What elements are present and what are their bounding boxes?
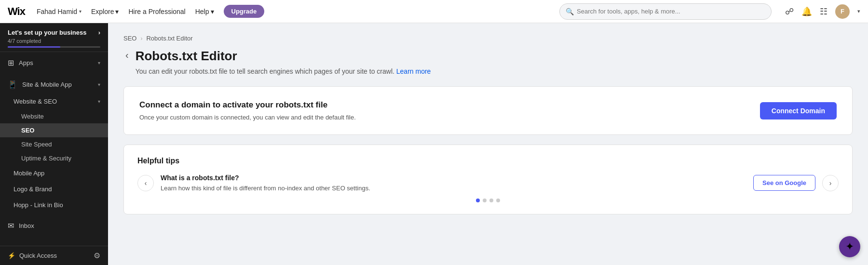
connect-card-text: Connect a domain to activate your robots… bbox=[139, 100, 356, 121]
website-sub-label: Website bbox=[21, 113, 44, 120]
mobile-app-label: Mobile App bbox=[14, 170, 100, 177]
carousel-dot-2 bbox=[483, 199, 487, 202]
explore-label: Explore bbox=[91, 8, 114, 15]
quick-access-settings-button[interactable]: ⚙ bbox=[94, 251, 100, 260]
upgrade-button[interactable]: Upgrade bbox=[224, 5, 265, 18]
grid-icon: ☷ bbox=[820, 7, 827, 16]
sidebar-item-logo-brand[interactable]: Logo & Brand bbox=[0, 181, 108, 197]
explore-chevron-icon: ▾ bbox=[115, 8, 119, 15]
sidebar-item-apps[interactable]: ⊞ Apps ▾ bbox=[0, 54, 108, 72]
site-speed-sub-label: Site Speed bbox=[21, 141, 52, 148]
apps-icon: ⊞ bbox=[8, 58, 14, 67]
site-mobile-chevron-icon: ▾ bbox=[98, 82, 100, 87]
back-button[interactable]: ‹ bbox=[123, 50, 131, 61]
hire-professional-nav[interactable]: Hire a Professional bbox=[128, 8, 185, 15]
main-layout: Let's set up your business › 4/7 complet… bbox=[0, 23, 868, 265]
wix-logo: Wix bbox=[8, 5, 25, 18]
carousel-dots bbox=[137, 199, 839, 202]
inbox-section: ✉ Inbox bbox=[0, 215, 108, 237]
explore-nav[interactable]: Explore ▾ bbox=[91, 8, 119, 15]
help-nav[interactable]: Help ▾ bbox=[195, 8, 214, 15]
quick-access-icon: ⚡ bbox=[8, 252, 15, 259]
page-header-text: Robots.txt Editor You can edit your robo… bbox=[136, 49, 431, 77]
sidebar-item-hopp[interactable]: Hopp - Link in Bio bbox=[0, 197, 108, 213]
quick-access-text: Quick Access bbox=[19, 252, 57, 259]
see-on-google-button[interactable]: See on Google bbox=[753, 175, 815, 191]
wix-assistant-icon: ✦ bbox=[845, 240, 854, 253]
inbox-icon: ✉ bbox=[8, 221, 14, 230]
setup-title-label: Let's set up your business bbox=[8, 29, 86, 36]
page-header: ‹ Robots.txt Editor You can edit your ro… bbox=[123, 49, 853, 77]
tips-card: Helpful tips ‹ What is a robots.txt file… bbox=[123, 145, 853, 214]
setup-title[interactable]: Let's set up your business › bbox=[8, 29, 100, 36]
connect-card-desc: Once your custom domain is connected, yo… bbox=[139, 114, 356, 121]
sidebar: Let's set up your business › 4/7 complet… bbox=[0, 23, 108, 265]
avatar-initials: F bbox=[841, 8, 844, 15]
content-area: SEO › Robots.txt Editor ‹ Robots.txt Edi… bbox=[108, 23, 868, 265]
bell-icon: 🔔 bbox=[801, 7, 812, 16]
help-label: Help bbox=[195, 8, 209, 15]
logo-brand-label: Logo & Brand bbox=[14, 186, 100, 193]
sidebar-sub-seo[interactable]: SEO bbox=[0, 123, 108, 137]
search-bar: 🔍 bbox=[559, 3, 772, 20]
sidebar-item-mobile-app[interactable]: Mobile App bbox=[0, 165, 108, 181]
site-mobile-section: 📱 Site & Mobile App ▾ Website & SEO ▾ We… bbox=[0, 74, 108, 215]
sidebar-item-website-seo[interactable]: Website & SEO ▾ bbox=[0, 93, 108, 109]
seo-sub-label: SEO bbox=[21, 127, 34, 134]
carousel-dot-3 bbox=[489, 199, 493, 202]
inbox-label: Inbox bbox=[19, 222, 100, 229]
site-mobile-icon: 📱 bbox=[8, 80, 17, 89]
apps-chevron-icon: ▾ bbox=[98, 60, 100, 66]
sidebar-sub-uptime-security[interactable]: Uptime & Security bbox=[0, 151, 108, 165]
setup-progress: 4/7 completed bbox=[8, 38, 100, 44]
notifications-button[interactable]: 🔔 bbox=[801, 6, 812, 17]
breadcrumb-editor[interactable]: Robots.txt Editor bbox=[146, 35, 192, 42]
sidebar-item-site-mobile[interactable]: 📱 Site & Mobile App ▾ bbox=[0, 76, 108, 93]
breadcrumb-seo[interactable]: SEO bbox=[123, 35, 136, 42]
connect-domain-card: Connect a domain to activate your robots… bbox=[123, 86, 853, 135]
website-seo-group: Website & SEO ▾ Website SEO Site Speed U… bbox=[0, 93, 108, 165]
page-title: Robots.txt Editor bbox=[136, 49, 431, 64]
connect-card-title: Connect a domain to activate your robots… bbox=[139, 100, 356, 110]
top-nav: Wix Fahad Hamid ▾ Explore ▾ Hire a Profe… bbox=[0, 0, 868, 23]
apps-grid-button[interactable]: ☷ bbox=[820, 6, 827, 17]
connect-domain-button[interactable]: Connect Domain bbox=[760, 102, 837, 119]
carousel-prev-button[interactable]: ‹ bbox=[137, 175, 154, 191]
sidebar-item-inbox[interactable]: ✉ Inbox bbox=[0, 217, 108, 235]
breadcrumb: SEO › Robots.txt Editor bbox=[123, 35, 853, 42]
help-chevron-icon: ▾ bbox=[211, 8, 214, 15]
progress-fill bbox=[8, 46, 60, 48]
search-input[interactable] bbox=[577, 8, 765, 15]
apps-label: Apps bbox=[19, 59, 93, 66]
apps-section: ⊞ Apps ▾ bbox=[0, 52, 108, 74]
page-subtitle: You can edit your robots.txt file to tel… bbox=[136, 66, 431, 77]
search-icon: 🔍 bbox=[566, 8, 574, 15]
user-menu[interactable]: Fahad Hamid ▾ bbox=[37, 8, 81, 15]
learn-more-link[interactable]: Learn more bbox=[396, 67, 431, 75]
carousel-dot-1 bbox=[476, 199, 480, 202]
quick-access-label[interactable]: ⚡ Quick Access bbox=[8, 252, 57, 259]
messages-button[interactable]: ☍ bbox=[785, 6, 794, 17]
website-seo-chevron-icon: ▾ bbox=[98, 99, 100, 104]
sidebar-sub-website[interactable]: Website bbox=[0, 109, 108, 123]
quick-access-bar: ⚡ Quick Access ⚙ bbox=[0, 246, 108, 265]
tip-desc: Learn how this kind of file is different… bbox=[161, 185, 746, 192]
tip-question: What is a robots.txt file? bbox=[161, 174, 746, 182]
hopp-label: Hopp - Link in Bio bbox=[14, 201, 100, 209]
carousel-next-button[interactable]: › bbox=[822, 175, 839, 191]
avatar-chevron-icon: ▾ bbox=[857, 8, 860, 14]
nav-icons-group: ☍ 🔔 ☷ F ▾ bbox=[785, 4, 860, 19]
user-chevron-icon: ▾ bbox=[79, 9, 81, 14]
wix-assistant-button[interactable]: ✦ bbox=[839, 236, 860, 257]
setup-section: Let's set up your business › 4/7 complet… bbox=[0, 23, 108, 52]
breadcrumb-separator: › bbox=[140, 35, 142, 42]
user-name: Fahad Hamid bbox=[37, 8, 77, 15]
sidebar-sub-site-speed[interactable]: Site Speed bbox=[0, 137, 108, 151]
messages-icon: ☍ bbox=[785, 7, 794, 16]
website-seo-label: Website & SEO bbox=[14, 98, 93, 105]
avatar[interactable]: F bbox=[835, 4, 850, 19]
tip-carousel: ‹ What is a robots.txt file? Learn how t… bbox=[137, 174, 839, 192]
tip-content: What is a robots.txt file? Learn how thi… bbox=[161, 174, 746, 192]
settings-gear-icon: ⚙ bbox=[94, 252, 100, 260]
page-subtitle-text: You can edit your robots.txt file to tel… bbox=[136, 67, 394, 75]
